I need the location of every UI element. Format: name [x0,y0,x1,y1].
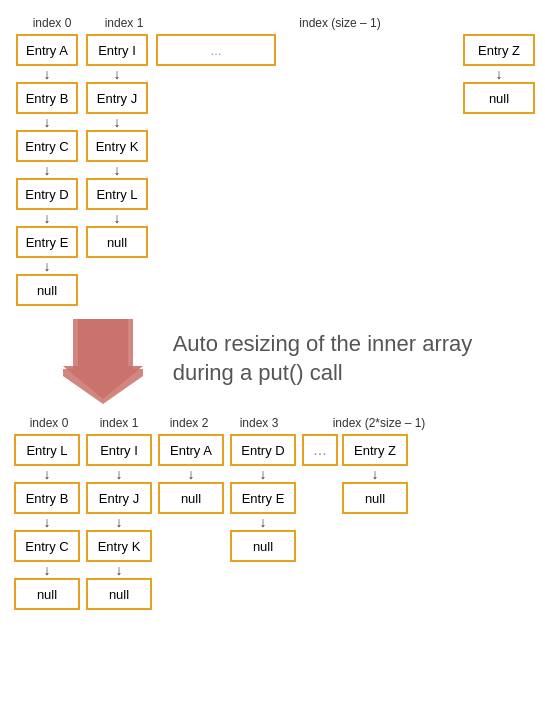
bot-col2-e0: Entry A [158,434,224,466]
bot-col0-e2: Entry C [14,530,80,562]
bot-dots: ... [302,434,338,466]
top-index-last: index (size – 1) [290,16,390,30]
top-col0-entry1: Entry B [16,82,78,114]
top-last-entry1: null [463,82,535,114]
bot-index-1: index 1 [84,416,154,430]
top-col1-entry2: Entry K [86,130,148,162]
bot-last-e0: Entry Z [342,434,408,466]
arrow: ↓ [44,114,51,130]
bot-col3: Entry D ↓ Entry E ↓ null [230,434,296,562]
top-col0-entry0: Entry A [16,34,78,66]
bot-index-2: index 2 [154,416,224,430]
bot-col3-e1: Entry E [230,482,296,514]
bot-col-last: Entry Z ↓ null [342,434,408,514]
bot-col0-e3: null [14,578,80,610]
top-col0-entry4: Entry E [16,226,78,258]
top-index-1: index 1 [88,16,160,30]
bot-col3-e0: Entry D [230,434,296,466]
bot-index-last: index (2*size – 1) [324,416,434,430]
top-col1: Entry I ↓ Entry J ↓ Entry K ↓ Entry L ↓ … [86,34,148,258]
bot-last-e1: null [342,482,408,514]
arrow: ↓ [114,114,121,130]
arrow: ↓ [114,66,121,82]
bot-col2: Entry A ↓ null [158,434,224,514]
top-col1-entry4: null [86,226,148,258]
bot-index-0: index 0 [14,416,84,430]
bot-col1-e2: Entry K [86,530,152,562]
resize-text-line2: during a put() call [163,359,353,388]
arrow: ↓ [44,66,51,82]
resize-text-block: Auto resizing of the inner array during … [163,330,483,387]
arrow: ↓ [44,210,51,226]
top-col1-entry1: Entry J [86,82,148,114]
top-col0-entry3: Entry D [16,178,78,210]
bot-col0-e1: Entry B [14,482,80,514]
bot-index-3: index 3 [224,416,294,430]
resize-text-line1: Auto resizing of the inner array [163,330,483,359]
middle-section: Auto resizing of the inner array during … [4,306,541,412]
arrow: ↓ [44,258,51,274]
arrow: ↓ [496,66,503,82]
bot-col0: Entry L ↓ Entry B ↓ Entry C ↓ null [14,434,80,610]
top-dots: ... [156,34,276,66]
top-col1-entry3: Entry L [86,178,148,210]
top-last-entry0: Entry Z [463,34,535,66]
bottom-diagram: index 0 index 1 index 2 index 3 index (2… [4,412,541,614]
arrow: ↓ [114,210,121,226]
arrow: ↓ [114,162,121,178]
top-diagram: index 0 index 1 index (size – 1) Entry A… [4,8,541,306]
top-col0: Entry A ↓ Entry B ↓ Entry C ↓ Entry D ↓ … [16,34,78,306]
top-col0-entry2: Entry C [16,130,78,162]
bot-col0-e0: Entry L [14,434,80,466]
bot-col1-e0: Entry I [86,434,152,466]
top-col-last: Entry Z ↓ null [463,34,535,114]
arrow: ↓ [44,162,51,178]
bot-col2-e1: null [158,482,224,514]
top-index-0: index 0 [16,16,88,30]
top-col0-entry5: null [16,274,78,306]
bot-col1-e3: null [86,578,152,610]
big-down-arrow [63,314,143,404]
top-col1-entry0: Entry I [86,34,148,66]
bot-col3-e2: null [230,530,296,562]
bot-col1-e1: Entry J [86,482,152,514]
bot-col1: Entry I ↓ Entry J ↓ Entry K ↓ null [86,434,152,610]
